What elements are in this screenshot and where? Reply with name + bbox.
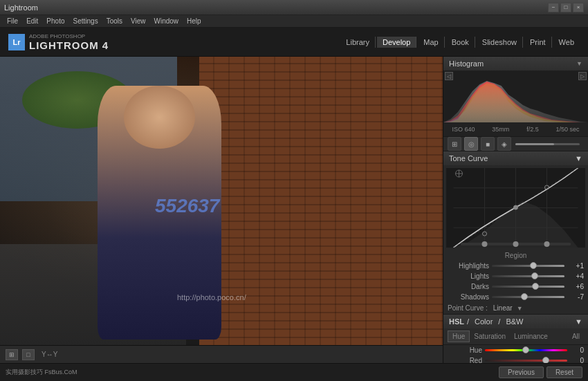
watermark-text: 552637: [155, 195, 219, 217]
tab-book[interactable]: Book: [446, 37, 475, 48]
tone-curve-label: Tone Curve: [449, 154, 488, 162]
color-tab[interactable]: Color: [472, 317, 495, 326]
region-label: Region: [443, 250, 588, 261]
point-curve-dropdown-arrow[interactable]: ▼: [517, 305, 523, 312]
bw-tab[interactable]: B&W: [503, 317, 526, 326]
hue-subtab[interactable]: Hue: [448, 331, 470, 342]
highlights-thumb[interactable]: [530, 262, 537, 269]
menu-window[interactable]: Window: [150, 17, 183, 25]
tab-develop[interactable]: Develop: [377, 37, 416, 48]
highlights-track[interactable]: [492, 265, 564, 267]
photo-display: 552637 http://photo.poco.cn/: [0, 57, 443, 345]
menu-file[interactable]: File: [3, 17, 22, 25]
tc-bottom-handle-2[interactable]: [513, 241, 519, 247]
color-tool[interactable]: ◈: [497, 137, 511, 151]
point-curve-label: Point Curve :: [448, 304, 488, 312]
focal-value: 35mm: [492, 126, 509, 133]
hsl-header[interactable]: HSL / Color / B&W ▼: [443, 315, 588, 328]
menu-help[interactable]: Help: [183, 17, 205, 25]
nav-tabs: Library Develop Map Book Slideshow Print…: [340, 37, 580, 48]
tone-curve-header[interactable]: Tone Curve ▼: [443, 151, 588, 165]
hue-track[interactable]: [485, 349, 567, 351]
bottom-bar: 实用摄影技巧 FsBus.CoM Previous Reset: [0, 363, 588, 381]
tone-curve-svg: [446, 168, 585, 248]
tone-curve-tool[interactable]: ◎: [464, 137, 478, 151]
menu-edit[interactable]: Edit: [22, 17, 42, 25]
lights-label: Lights: [448, 272, 489, 280]
darks-value: +6: [567, 283, 584, 290]
tab-library[interactable]: Library: [340, 37, 376, 48]
shadows-track[interactable]: [492, 296, 564, 298]
tc-bottom-handle-1[interactable]: [482, 241, 488, 247]
tone-curve-graph[interactable]: [446, 168, 585, 248]
photo-toolbar: ⊞ □ Y↔Y: [0, 345, 443, 363]
hsl-header-labels: HSL / Color / B&W: [449, 317, 526, 326]
shadows-thumb[interactable]: [521, 293, 528, 300]
hsl-arrow: ▼: [575, 317, 582, 326]
watermark2-text: http://photo.poco.cn/: [177, 293, 246, 301]
grid-view-button[interactable]: ⊞: [6, 349, 18, 360]
previous-button[interactable]: Previous: [499, 366, 544, 378]
hue-value: 0: [570, 346, 584, 354]
lights-track[interactable]: [492, 275, 564, 277]
point-curve-value[interactable]: Linear: [493, 304, 513, 312]
highlights-row: Highlights +1: [443, 261, 588, 271]
menu-photo[interactable]: Photo: [42, 17, 68, 25]
tab-map[interactable]: Map: [418, 37, 444, 48]
basic-panel-tool[interactable]: ⊞: [448, 137, 461, 151]
tab-web[interactable]: Web: [553, 37, 580, 48]
app-name-area: ADOBE PHOTOSHOP LIGHTROOM 4: [29, 33, 109, 51]
red-thumb[interactable]: [542, 357, 549, 363]
histogram-svg: [443, 71, 588, 122]
red-slider-row: Red 0: [443, 355, 588, 363]
loupe-view-button[interactable]: □: [22, 349, 35, 360]
iso-value: ISO 640: [452, 126, 475, 133]
nav-buttons: Previous Reset: [499, 366, 582, 378]
minimize-button[interactable]: −: [548, 3, 559, 12]
tool-mini-slider[interactable]: [515, 143, 580, 145]
darks-thumb[interactable]: [532, 283, 539, 290]
tc-bottom-handle-3[interactable]: [544, 241, 550, 247]
tab-slideshow[interactable]: Slideshow: [477, 37, 523, 48]
point-curve-row: Point Curve : Linear ▼: [443, 302, 588, 314]
shadows-value: -7: [567, 293, 584, 301]
app-main-title: LIGHTROOM 4: [29, 39, 109, 51]
tab-print[interactable]: Print: [524, 37, 552, 48]
saturation-subtab[interactable]: Saturation: [470, 331, 510, 342]
darks-track[interactable]: [492, 286, 564, 288]
histogram-header[interactable]: Histogram ▼: [443, 57, 588, 71]
lights-value: +4: [567, 272, 584, 280]
hsl-sep2: /: [498, 317, 500, 326]
red-track[interactable]: [485, 360, 567, 362]
person-face: [124, 86, 194, 149]
title-bar: Lightroom − □ ×: [0, 0, 588, 15]
shadow-clipping-indicator[interactable]: ◁: [445, 72, 453, 80]
menu-view[interactable]: View: [127, 17, 150, 25]
photo-container: 552637 http://photo.poco.cn/: [0, 57, 443, 345]
lights-row: Lights +4: [443, 271, 588, 281]
hsl-tool[interactable]: ■: [481, 137, 495, 151]
tc-point-2[interactable]: [514, 205, 518, 210]
header: Lr ADOBE PHOTOSHOP LIGHTROOM 4 Library D…: [0, 28, 588, 57]
darks-label: Darks: [448, 283, 489, 290]
close-button[interactable]: ×: [573, 3, 584, 12]
app-title-bar: Lightroom: [4, 3, 548, 12]
zoom-control[interactable]: Y↔Y: [42, 351, 57, 358]
lights-thumb[interactable]: [531, 272, 538, 279]
luminance-subtab[interactable]: Luminance: [510, 331, 552, 342]
hsl-label: HSL: [449, 317, 464, 326]
menu-tools[interactable]: Tools: [102, 17, 127, 25]
right-panel: Histogram ▼: [443, 57, 588, 363]
highlight-clipping-indicator[interactable]: ▷: [578, 72, 587, 80]
app-sub-title: ADOBE PHOTOSHOP: [29, 33, 109, 39]
lr-logo-text: Lr: [13, 38, 21, 46]
hue-thumb[interactable]: [522, 346, 529, 353]
bottom-label: 实用摄影技巧 FsBus.CoM: [6, 368, 77, 377]
histogram-section: Histogram ▼: [443, 57, 588, 137]
reset-button[interactable]: Reset: [546, 366, 582, 378]
maximize-button[interactable]: □: [560, 3, 571, 12]
menu-settings[interactable]: Settings: [69, 17, 102, 25]
histogram-canvas: ◁ ▷: [443, 71, 588, 122]
all-subtab[interactable]: All: [568, 331, 584, 342]
photo-area: 552637 http://photo.poco.cn/ ⊞ □ Y↔Y: [0, 57, 443, 363]
